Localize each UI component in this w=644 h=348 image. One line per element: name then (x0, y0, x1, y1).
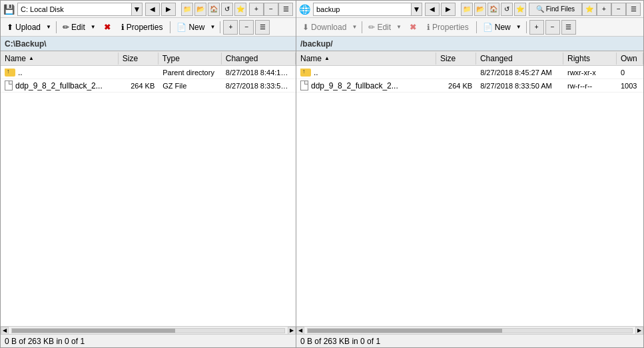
right-path-text: /backup/ (300, 39, 333, 49)
left-tb-collapse[interactable]: − (239, 20, 254, 35)
left-new-arrow[interactable]: ▼ (208, 20, 217, 35)
right-back-btn[interactable]: ◀ (425, 3, 440, 16)
right-col-rights[interactable]: Rights (563, 53, 617, 65)
right-scroll-thumb[interactable] (308, 329, 502, 333)
left-col-changed-label: Changed (226, 54, 258, 63)
new-icon: 📄 (483, 23, 493, 32)
right-new-label: New (495, 23, 511, 32)
right-expand-btn[interactable]: + (597, 3, 611, 16)
right-address-input[interactable]: backup (313, 3, 412, 16)
right-path-bar: /backup/ (296, 37, 643, 51)
left-tb-expand[interactable]: + (223, 20, 238, 35)
left-properties-btn[interactable]: ℹ Properties (117, 20, 168, 35)
right-col-name[interactable]: Name ▲ (296, 53, 436, 65)
left-bookmark-btn[interactable]: ⭐ (234, 3, 246, 16)
table-row[interactable]: .. Parent directory 8/27/2018 8:44:14 AM (1, 66, 296, 79)
left-forward-btn[interactable]: ▶ (161, 3, 176, 16)
right-tb-collapse[interactable]: − (545, 20, 560, 35)
right-edit-btn-group[interactable]: ✏ Edit ▼ (365, 20, 404, 35)
left-refresh-btn[interactable]: ↺ (221, 3, 233, 16)
right-download-arrow[interactable]: ▼ (350, 20, 359, 35)
left-upload-main[interactable]: ⬆ Upload (3, 20, 44, 35)
right-col-owner[interactable]: Own (617, 53, 643, 65)
table-row[interactable]: ddp_9_8_2_fullback_2... 264 KB 8/27/2018… (296, 79, 643, 92)
sep3 (220, 21, 220, 33)
left-col-size[interactable]: Size (119, 53, 159, 65)
left-back-btn[interactable]: ◀ (145, 3, 160, 16)
left-scroll-left[interactable]: ◀ (1, 327, 9, 335)
right-sync-btn1[interactable]: 📁 (461, 3, 473, 16)
disk-icon: 💾 (3, 4, 15, 15)
right-home-btn[interactable]: 🏠 (487, 3, 499, 16)
table-row[interactable]: .. 8/27/2018 8:45:27 AM rwxr-xr-x 0 (296, 66, 643, 79)
left-collapse-btn[interactable]: − (264, 3, 278, 16)
right-collapse-btn[interactable]: − (611, 3, 626, 16)
right-edit-main[interactable]: ✏ Edit (365, 20, 394, 35)
left-menu-btn[interactable]: ☰ (278, 3, 293, 16)
left-col-size-label: Size (123, 54, 138, 63)
right-tb-expand[interactable]: + (529, 20, 544, 35)
sep5 (476, 21, 477, 33)
table-row[interactable]: ddp_9_8_2_fullback_2... 264 KB GZ File 8… (1, 79, 296, 92)
right-col-size-label: Size (440, 54, 456, 63)
left-home-btn[interactable]: 🏠 (208, 3, 220, 16)
left-scrollbar[interactable]: ◀ ▶ (1, 326, 296, 334)
left-new-main[interactable]: 📄 New (173, 20, 208, 35)
right-col-changed[interactable]: Changed (476, 53, 563, 65)
left-upload-arrow[interactable]: ▼ (44, 20, 53, 35)
right-menu-btn[interactable]: ☰ (626, 3, 641, 16)
left-edit-arrow[interactable]: ▼ (89, 20, 98, 35)
right-col-owner-label: Own (621, 54, 637, 63)
folder-up-icon (300, 69, 311, 77)
left-scroll-thumb[interactable] (12, 329, 175, 333)
left-properties-label: Properties (127, 23, 163, 32)
right-properties-btn[interactable]: ℹ Properties (422, 20, 474, 35)
file-name: ddp_9_8_2_fullback_2... (15, 81, 103, 90)
sort-arrow-name: ▲ (29, 55, 34, 61)
right-scrollbar[interactable]: ◀ ▶ (296, 326, 643, 334)
left-scroll-right[interactable]: ▶ (288, 327, 296, 335)
right-new-main[interactable]: 📄 New (480, 20, 514, 35)
right-edit-arrow[interactable]: ▼ (394, 20, 404, 35)
file-size (436, 72, 476, 73)
left-expand-btn[interactable]: + (249, 3, 264, 16)
right-scroll-track[interactable] (307, 328, 633, 333)
right-scroll-right[interactable]: ▶ (635, 327, 643, 335)
right-tb-menu[interactable]: ☰ (561, 20, 576, 35)
right-new-arrow[interactable]: ▼ (514, 20, 523, 35)
left-sync-btn2[interactable]: 📂 (194, 3, 206, 16)
right-col-size[interactable]: Size (436, 53, 476, 65)
right-file-list[interactable]: .. 8/27/2018 8:45:27 AM rwxr-xr-x 0 ddp_… (296, 66, 643, 326)
left-tb-menu[interactable]: ☰ (255, 20, 270, 35)
left-address-input[interactable]: C: Local Disk (17, 3, 132, 16)
file-owner: 1003 (617, 81, 643, 90)
left-col-changed[interactable]: Changed (222, 53, 296, 65)
right-new-btn-group[interactable]: 📄 New ▼ (480, 20, 523, 35)
left-col-name[interactable]: Name ▲ (1, 53, 119, 65)
right-forward-btn[interactable]: ▶ (441, 3, 456, 16)
left-new-btn-group[interactable]: 📄 New ▼ (173, 20, 217, 35)
right-find-btn[interactable]: 🔍 Find Files (529, 3, 582, 16)
right-sort-arrow: ▲ (324, 55, 330, 61)
left-delete-btn[interactable]: ✖ (99, 20, 115, 35)
left-scroll-track[interactable] (11, 328, 285, 333)
right-sync-btn2[interactable]: 📂 (474, 3, 486, 16)
left-edit-main[interactable]: ✏ Edit (59, 20, 89, 35)
left-sync-btn1[interactable]: 📁 (181, 3, 193, 16)
left-file-list[interactable]: .. Parent directory 8/27/2018 8:44:14 AM… (1, 66, 296, 326)
right-refresh-btn[interactable]: ↺ (501, 3, 513, 16)
right-delete-btn[interactable]: ✖ (405, 20, 421, 35)
left-col-type[interactable]: Type (159, 53, 222, 65)
left-upload-btn-group[interactable]: ⬆ Upload ▼ (3, 20, 53, 35)
file-type: GZ File (159, 81, 222, 90)
chevron-down-icon: ▼ (413, 5, 421, 14)
left-edit-btn-group[interactable]: ✏ Edit ▼ (59, 20, 98, 35)
right-extra-btn[interactable]: ⭐ (582, 3, 597, 16)
right-address-dropdown[interactable]: ▼ (412, 3, 422, 16)
right-download-main[interactable]: ⬇ Download (299, 20, 350, 35)
right-download-btn-group[interactable]: ⬇ Download ▼ (299, 20, 359, 35)
left-address-dropdown[interactable]: ▼ (132, 3, 143, 16)
folder-up-icon (5, 69, 15, 77)
right-scroll-left[interactable]: ◀ (296, 327, 304, 335)
right-bookmark-btn[interactable]: ⭐ (514, 3, 526, 16)
